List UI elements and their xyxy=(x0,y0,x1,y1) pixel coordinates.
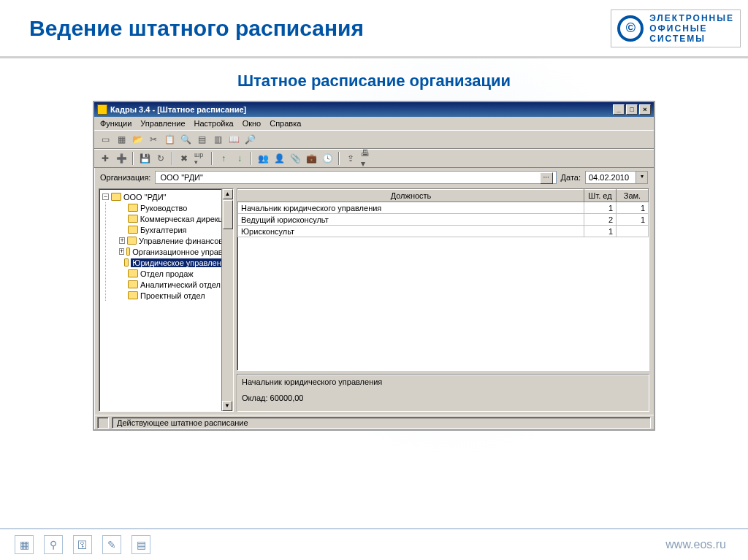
tree-item-label[interactable]: Управление финансовов xyxy=(139,237,232,245)
tree-item-label[interactable]: Организационное управле xyxy=(132,248,232,256)
titlebar[interactable]: Кадры 3.4 - [Штатное расписание] _ □ × xyxy=(94,102,654,117)
menu-settings[interactable]: Настройка xyxy=(194,119,234,128)
paste-icon[interactable]: 📋 xyxy=(163,133,176,146)
save-icon[interactable]: 💾 xyxy=(138,152,151,165)
tree-item[interactable]: Бухгалтерия xyxy=(118,224,232,235)
group-icon[interactable]: 👤 xyxy=(272,152,286,165)
menu-window[interactable]: Окно xyxy=(243,119,262,128)
briefcase-icon[interactable]: 💼 xyxy=(305,152,318,165)
footer-icon-1: ▦ xyxy=(15,535,34,554)
up-icon[interactable]: ↑ xyxy=(217,152,230,165)
cut-icon[interactable]: ✂ xyxy=(147,133,160,146)
tree-item[interactable]: Аналитический отдел xyxy=(118,279,232,290)
cell-units: 1 xyxy=(584,202,617,214)
tree-item-label[interactable]: Аналитический отдел xyxy=(140,280,221,289)
expander-icon[interactable]: − xyxy=(102,193,109,200)
expander-icon xyxy=(119,204,126,211)
brand-logo: © ЭЛЕКТРОННЫЕ ОФИСНЫЕ СИСТЕМЫ xyxy=(611,9,741,47)
zoom-icon[interactable]: 🔎 xyxy=(243,133,256,146)
salary-value: 60000,00 xyxy=(270,394,304,402)
calendar-icon[interactable]: ▦ xyxy=(115,133,128,146)
detail-title: Начальник юридического управления xyxy=(242,377,644,386)
expander-icon xyxy=(119,270,126,277)
open-icon[interactable]: 📂 xyxy=(131,133,144,146)
slide-subtitle: Штатное расписание организации xyxy=(0,58,748,101)
lang-icon[interactable]: шр ▾ xyxy=(194,152,207,165)
tree-item-label[interactable]: Коммерческая дирекция xyxy=(140,215,232,223)
positions-table: Должность Шт. ед Зам. Начальник юридичес… xyxy=(237,188,649,371)
date-picker-button[interactable]: ▾ xyxy=(636,171,648,184)
tree-item[interactable]: Коммерческая дирекция xyxy=(118,213,232,224)
delete-icon[interactable]: ✖ xyxy=(178,152,191,165)
close-button[interactable]: × xyxy=(639,104,651,115)
footer-icon-2: ⚲ xyxy=(44,535,63,554)
col-position[interactable]: Должность xyxy=(238,190,584,202)
search-icon[interactable]: 🔍 xyxy=(179,133,192,146)
col-units[interactable]: Шт. ед xyxy=(584,190,617,202)
new-icon[interactable]: ✚ xyxy=(99,152,112,165)
tree-root-label[interactable]: ООО "РДИ" xyxy=(123,193,167,202)
folder-icon xyxy=(128,215,138,223)
tree-scrollbar[interactable]: ▲ ▼ xyxy=(221,189,233,411)
minimize-button[interactable]: _ xyxy=(613,104,625,115)
cell-sub: 1 xyxy=(617,214,649,226)
date-label: Дата: xyxy=(561,173,581,182)
col-sub[interactable]: Зам. xyxy=(617,190,649,202)
org-input[interactable] xyxy=(159,172,539,183)
folder-icon xyxy=(128,280,138,288)
export-icon[interactable]: ⇪ xyxy=(344,152,357,165)
tree-item[interactable]: Юридическое управление xyxy=(118,257,232,268)
tree-item-label[interactable]: Руководство xyxy=(140,204,187,212)
refresh-icon[interactable]: ↻ xyxy=(154,152,167,165)
tree-item-label[interactable]: Отдел продаж xyxy=(140,269,194,278)
maximize-button[interactable]: □ xyxy=(626,104,638,115)
org-input-wrap: ··· xyxy=(155,171,556,184)
app-window: Кадры 3.4 - [Штатное расписание] _ □ × Ф… xyxy=(93,101,655,431)
tree-item[interactable]: +Управление финансовов xyxy=(118,235,232,246)
doc1-icon[interactable]: ▤ xyxy=(195,133,208,146)
salary-label: Оклад: xyxy=(242,394,268,402)
tree-item[interactable]: Проектный отдел xyxy=(118,290,232,301)
add-icon[interactable]: ➕ xyxy=(115,152,128,165)
folder-icon xyxy=(127,237,137,245)
doc2-icon[interactable]: ▥ xyxy=(211,133,224,146)
cell-units: 2 xyxy=(584,214,617,226)
scroll-down-icon[interactable]: ▼ xyxy=(222,401,232,411)
footer-icons: ▦ ⚲ ⚿ ✎ ▤ xyxy=(15,535,150,554)
table-row[interactable]: Юрисконсульт1 xyxy=(238,226,649,237)
attach-icon[interactable]: 📎 xyxy=(289,152,302,165)
users-icon[interactable]: 👥 xyxy=(256,152,270,165)
date-input[interactable] xyxy=(585,171,636,184)
clock-icon[interactable]: 🕓 xyxy=(321,152,334,165)
slide-title: Ведение штатного расписания xyxy=(29,16,364,41)
statusbar: Действующее штатное расписание xyxy=(94,415,654,429)
folder-icon xyxy=(128,226,138,234)
print-icon[interactable]: 🖶 ▾ xyxy=(360,152,373,165)
tree-item[interactable]: +Организационное управле xyxy=(118,246,232,257)
card-icon[interactable]: ▭ xyxy=(99,133,112,146)
tree-item[interactable]: Отдел продаж xyxy=(118,268,232,279)
org-label: Организация: xyxy=(100,173,150,182)
menu-help[interactable]: Справка xyxy=(270,119,301,128)
table-row[interactable]: Ведущий юрисконсульт21 xyxy=(238,214,649,226)
expander-icon xyxy=(119,215,126,222)
scroll-thumb[interactable] xyxy=(223,200,233,229)
folder-icon xyxy=(128,204,138,212)
footer-icon-3: ⚿ xyxy=(73,535,92,554)
tree-item[interactable]: Руководство xyxy=(118,202,232,213)
scroll-up-icon[interactable]: ▲ xyxy=(223,189,233,199)
cell-units: 1 xyxy=(584,226,617,237)
detail-panel: Начальник юридического управления Оклад:… xyxy=(237,374,649,412)
table-row[interactable]: Начальник юридического управления11 xyxy=(238,202,649,214)
expander-icon[interactable]: + xyxy=(119,237,125,244)
cell-sub xyxy=(617,226,649,237)
tree-item-label[interactable]: Бухгалтерия xyxy=(140,226,187,234)
tree-item-label[interactable]: Проектный отдел xyxy=(140,291,205,300)
expander-icon[interactable]: + xyxy=(119,248,124,255)
menu-functions[interactable]: Функции xyxy=(100,119,131,128)
org-browse-button[interactable]: ··· xyxy=(540,172,553,184)
menu-manage[interactable]: Управление xyxy=(140,119,185,128)
book-icon[interactable]: 📖 xyxy=(227,133,240,146)
tree-item-label[interactable]: Юридическое управление xyxy=(131,258,232,267)
down-icon[interactable]: ↓ xyxy=(233,152,246,165)
